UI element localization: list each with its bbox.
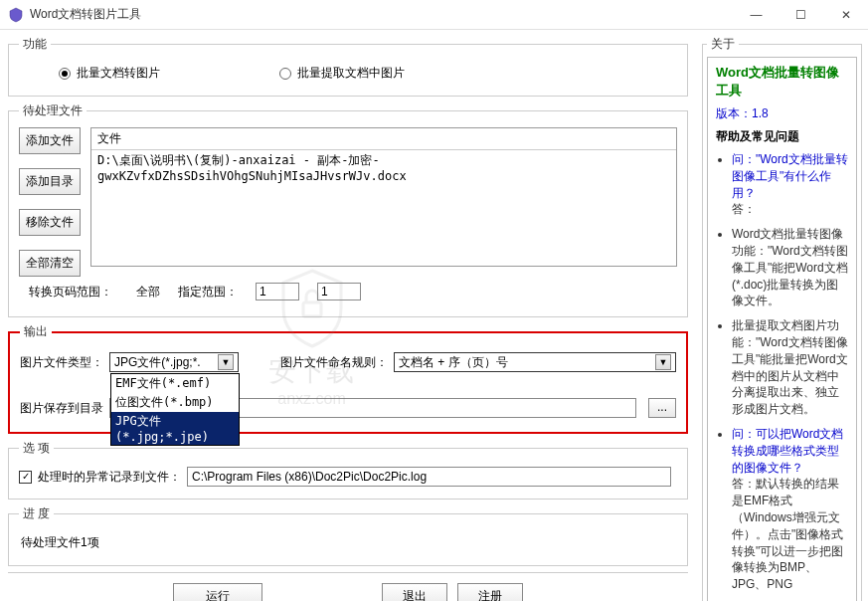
progress-legend: 进 度 [19,505,54,522]
exit-button[interactable]: 退出 [382,583,447,601]
radio-dot-icon [279,68,291,80]
register-button[interactable]: 注册 [457,583,523,601]
window-buttons: — ☐ ✕ [734,0,868,29]
range-from-input[interactable] [256,283,299,300]
help-section-header: 帮助及常见问题 [716,128,848,145]
options-group: 选 项 ✓ 处理时的异常记录到文件： [8,440,688,500]
faq-item: 批量提取文档图片功能："Word文档转图像工具"能批量把Word文档中的图片从文… [732,317,848,418]
browse-dir-button[interactable]: ... [648,398,676,418]
app-icon [8,7,24,23]
clear-all-button[interactable]: 全部清空 [19,250,81,277]
about-legend: 关于 [707,36,739,53]
list-item[interactable]: D:\桌面\说明书\(复制)-anxaizai - 副本-加密-gwxKZvfx… [91,150,676,185]
radio-extract-label: 批量提取文档中图片 [297,65,405,82]
radio-range-spec[interactable]: 指定范围： [178,284,238,300]
minimize-button[interactable]: — [734,0,779,29]
naming-rule-combo[interactable]: 文档名 + 序（页）号 ▼ [394,352,676,372]
log-checkbox-label: 处理时的异常记录到文件： [38,469,181,486]
pending-group: 待处理文件 添加文件 添加目录 移除文件 全部清空 文件 D:\桌面\说明书\(… [8,102,688,317]
radio-dot-icon [59,68,71,80]
progress-group: 进 度 待处理文件1项 [8,505,688,566]
file-column-header[interactable]: 文件 [91,128,676,150]
window-title: Word文档转图片工具 [30,6,734,23]
output-group: 输出 图片文件类型： JPG文件(*.jpg;*. ▼ EMF文件(*.emf)… [8,323,688,434]
mode-group: 功能 批量文档转图片 批量提取文档中图片 [8,36,688,97]
add-dir-button[interactable]: 添加目录 [19,168,81,195]
pending-legend: 待处理文件 [19,102,87,119]
range-label: 转换页码范围： [29,284,112,300]
dropdown-option-jpg[interactable]: JPG文件(*.jpg;*.jpe) [111,412,239,445]
log-checkbox[interactable]: ✓ [19,471,32,484]
dropdown-option-bmp[interactable]: 位图文件(*.bmp) [111,393,239,412]
close-button[interactable]: ✕ [823,0,868,29]
radio-convert-label: 批量文档转图片 [77,65,160,82]
help-title: Word文档批量转图像工具 [716,64,848,100]
naming-rule-label: 图片文件命名规则： [280,354,388,371]
file-list[interactable]: 文件 D:\桌面\说明书\(复制)-anxaizai - 副本-加密-gwxKZ… [90,127,677,267]
dropdown-option-emf[interactable]: EMF文件(*.emf) [111,374,239,393]
button-bar: 运行 退出 注册 [8,572,688,601]
radio-range-all[interactable]: 全部 [136,284,160,300]
version-text: 版本：1.8 [716,105,848,122]
faq-item: 问："Word文档批量转图像工具"有什么作用？ 答： [732,151,848,218]
add-file-button[interactable]: 添加文件 [19,127,81,154]
image-type-combo[interactable]: JPG文件(*.jpg;*. ▼ EMF文件(*.emf) 位图文件(*.bmp… [109,352,239,372]
save-dir-label: 图片保存到目录 [20,400,103,417]
faq-item: Word文档批量转图像功能："Word文档转图像工具"能把Word文档(*.do… [732,226,848,309]
chevron-down-icon[interactable]: ▼ [655,354,671,370]
remove-file-button[interactable]: 移除文件 [19,209,81,236]
about-group: 关于 Word文档批量转图像工具 版本：1.8 帮助及常见问题 问："Word文… [702,36,862,601]
radio-convert[interactable]: 批量文档转图片 [59,65,160,82]
output-legend: 输出 [20,323,52,340]
titlebar: Word文档转图片工具 — ☐ ✕ [0,0,868,30]
help-content[interactable]: Word文档批量转图像工具 版本：1.8 帮助及常见问题 问："Word文档批量… [707,57,857,601]
image-type-label: 图片文件类型： [20,354,103,371]
chevron-down-icon[interactable]: ▼ [218,354,234,370]
mode-legend: 功能 [19,36,51,53]
progress-text: 待处理文件1项 [19,530,677,555]
maximize-button[interactable]: ☐ [779,0,823,29]
radio-extract[interactable]: 批量提取文档中图片 [279,65,405,82]
log-path-input[interactable] [187,467,671,487]
image-type-dropdown: EMF文件(*.emf) 位图文件(*.bmp) JPG文件(*.jpg;*.j… [110,373,240,446]
options-legend: 选 项 [19,440,54,457]
faq-item: 问：可以把Word文档转换成哪些格式类型的图像文件？ 答：默认转换的结果是EMF… [732,426,848,593]
range-to-input[interactable] [317,283,361,300]
run-button[interactable]: 运行 [173,583,262,601]
